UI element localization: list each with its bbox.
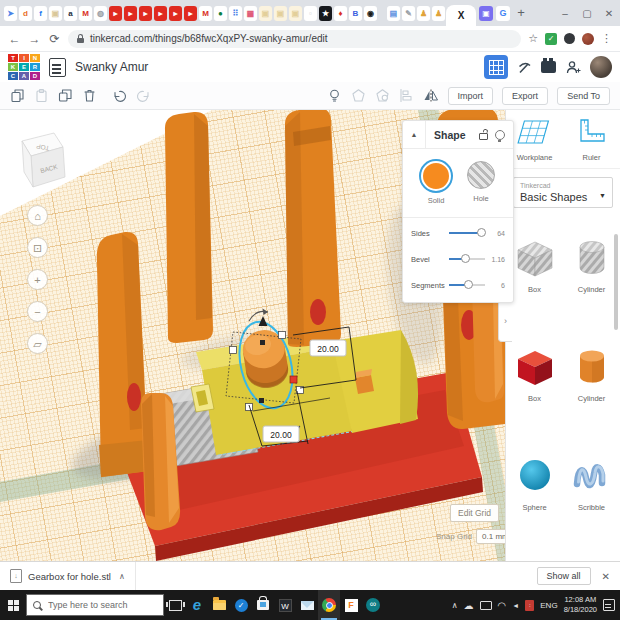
send-to-button[interactable]: Send To	[557, 87, 610, 105]
dimension-label-1[interactable]: 20.00	[310, 340, 346, 356]
volume-icon[interactable]	[512, 601, 519, 610]
tab-pink[interactable]: ▦	[244, 6, 257, 21]
downloaded-file-name[interactable]: Gearbox for hole.stl	[28, 571, 111, 582]
download-bar-close-icon[interactable]: ✕	[602, 571, 610, 582]
copy-icon[interactable]	[10, 88, 25, 103]
store-app[interactable]	[252, 590, 274, 620]
tab-red-6[interactable]: ▸	[184, 6, 197, 21]
back-icon[interactable]: ←	[8, 32, 21, 46]
hole-swatch[interactable]	[467, 161, 495, 189]
scale-handle[interactable]	[230, 347, 237, 354]
tab-gap[interactable]	[379, 6, 385, 21]
edge-app[interactable]	[186, 590, 208, 620]
tab-facebook[interactable]: f	[34, 6, 47, 21]
display-icon[interactable]	[480, 601, 492, 610]
redo-icon[interactable]	[136, 88, 151, 103]
sides-slider[interactable]	[449, 228, 485, 238]
design-menu-icon[interactable]	[49, 58, 66, 77]
tab-red-1[interactable]: ▸	[109, 6, 122, 21]
panel-collapse-icon[interactable]: ▲	[403, 121, 426, 148]
language-indicator[interactable]: ENG	[540, 601, 557, 610]
duplicate-icon[interactable]	[58, 88, 73, 103]
tab-mail-red[interactable]: M	[79, 6, 92, 21]
scale-handle[interactable]	[279, 332, 286, 339]
tab-gmail[interactable]: M	[199, 6, 212, 21]
maximize-button[interactable]: ▢	[576, 8, 598, 19]
mirror-icon[interactable]	[423, 88, 439, 103]
tab-d[interactable]: d	[19, 6, 32, 21]
shape-box-solid[interactable]: Box	[506, 343, 563, 438]
taskbar-search[interactable]	[26, 594, 164, 616]
refresh-icon[interactable]: ⟳	[48, 32, 61, 46]
lightbulb-icon[interactable]	[495, 130, 505, 140]
f-app[interactable]	[340, 590, 362, 620]
tab-red-3[interactable]: ▸	[139, 6, 152, 21]
group-icon[interactable]	[351, 88, 366, 103]
delete-icon[interactable]	[82, 88, 97, 103]
close-button[interactable]: ✕	[598, 8, 620, 19]
tab-pale-1[interactable]: ▣	[49, 6, 62, 21]
ruler-anchor-handle[interactable]	[290, 376, 297, 383]
browser-menu-icon[interactable]: ⋮	[601, 32, 612, 45]
tab-amazon[interactable]: a	[64, 6, 77, 21]
taskbar-clock[interactable]: 12:08 AM 8/18/2020	[564, 595, 597, 615]
action-center-icon[interactable]	[603, 599, 615, 611]
import-button[interactable]: Import	[448, 87, 494, 105]
onedrive-icon[interactable]	[464, 600, 474, 611]
tab-globe[interactable]: ◍	[94, 6, 107, 21]
forward-icon[interactable]: →	[28, 32, 41, 46]
ungroup-icon[interactable]	[375, 88, 390, 103]
export-button[interactable]: Export	[502, 87, 548, 105]
undo-icon[interactable]	[112, 88, 127, 103]
fit-view-button[interactable]: ⊡	[27, 237, 48, 258]
bevel-slider[interactable]	[449, 254, 485, 264]
teal-app[interactable]	[362, 590, 384, 620]
minimize-button[interactable]: –	[554, 8, 576, 19]
solid-swatch[interactable]	[421, 161, 451, 191]
zoom-in-button[interactable]: +	[27, 269, 48, 290]
scale-handle[interactable]	[246, 404, 253, 411]
chrome-app[interactable]	[318, 590, 340, 620]
tab-google[interactable]: G	[496, 6, 510, 21]
zoom-out-button[interactable]: −	[27, 301, 48, 322]
active-tab[interactable]: X	[446, 5, 476, 26]
tab-feather[interactable]: ♦	[334, 6, 347, 21]
check-app[interactable]	[230, 590, 252, 620]
shape-cylinder-solid[interactable]: Cylinder	[563, 343, 620, 438]
extension-dark-icon[interactable]	[564, 33, 575, 44]
start-button[interactable]	[8, 600, 13, 605]
blocks-editor-button[interactable]	[484, 55, 508, 79]
tab-pale-3[interactable]: ▣	[274, 6, 287, 21]
tab-person-1[interactable]: ♟	[417, 6, 430, 21]
segments-slider[interactable]	[449, 280, 485, 290]
shape-library-select[interactable]: Tinkercad Basic Shapes ▼	[513, 177, 613, 208]
edit-grid-button[interactable]: Edit Grid	[450, 504, 499, 522]
shape-box-hole[interactable]: Box	[506, 234, 563, 329]
workplane-tool[interactable]: Workplane	[506, 117, 563, 162]
tab-green[interactable]: ●	[214, 6, 227, 21]
minecraft-pickaxe-icon[interactable]	[517, 60, 532, 75]
show-all-button[interactable]: Show all	[537, 567, 591, 585]
shape-sphere[interactable]: Sphere	[506, 452, 563, 547]
align-icon[interactable]	[399, 88, 414, 103]
tab-pen[interactable]: ✎	[402, 6, 415, 21]
shape-scribble[interactable]: Scribble	[563, 452, 620, 547]
new-tab-button[interactable]: +	[512, 3, 530, 23]
sidebar-collapse-button[interactable]: ›	[498, 300, 512, 342]
tab-b[interactable]: B	[349, 6, 362, 21]
view-home-button[interactable]: ⌂	[27, 205, 48, 226]
mid-handle[interactable]	[259, 398, 264, 403]
extension-check-icon[interactable]: ✓	[545, 33, 557, 45]
bookmark-star-icon[interactable]: ☆	[528, 32, 538, 45]
address-bar[interactable]: tinkercad.com/things/b68fwcXqxPY-swanky-…	[68, 30, 521, 48]
tab-person-2[interactable]: ♟	[432, 6, 445, 21]
dark-w-app[interactable]	[274, 590, 296, 620]
shape-cylinder-hole[interactable]: Cylinder	[563, 234, 620, 329]
tab-red-2[interactable]: ▸	[124, 6, 137, 21]
tab-star[interactable]: ★	[319, 6, 332, 21]
network-icon[interactable]	[498, 600, 507, 611]
tinkercad-logo[interactable]: TINKERCAD	[8, 54, 40, 80]
bricks-icon[interactable]	[541, 61, 556, 73]
task-view-button[interactable]	[164, 590, 186, 620]
pinned-tray-icon[interactable]	[525, 600, 534, 611]
